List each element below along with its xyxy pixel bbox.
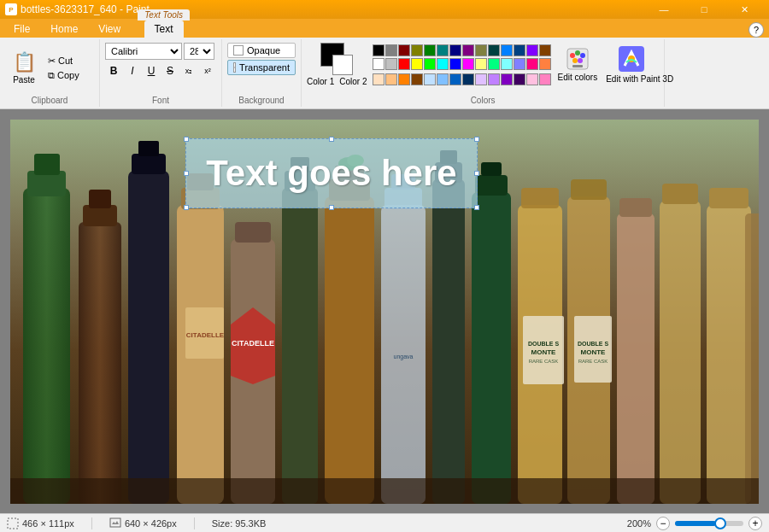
clipboard-small-btns: ✂ Cut ⧉ Copy [46, 54, 94, 82]
color-cell[interactable] [437, 58, 449, 70]
paste-button[interactable]: 📋 Paste [5, 49, 43, 88]
cut-button[interactable]: ✂ Cut [46, 54, 94, 67]
ribbon-tabs: File Home View Text Tools Text ? [0, 19, 769, 38]
clipboard-label: Clipboard [0, 96, 99, 105]
color-cell[interactable] [539, 58, 551, 70]
zoom-slider-thumb[interactable] [714, 517, 726, 529]
file-size-text: Size: 95.3KB [212, 518, 267, 529]
svg-point-3 [580, 53, 585, 58]
italic-button[interactable]: I [124, 62, 141, 79]
status-image-size: 640 × 426px [109, 517, 177, 529]
color-cell[interactable] [373, 44, 384, 56]
color-cell[interactable] [437, 44, 449, 56]
color-cell[interactable] [373, 58, 384, 70]
color-cell[interactable] [526, 73, 538, 85]
minimize-button[interactable]: — [644, 0, 684, 19]
tab-file[interactable]: File [3, 20, 40, 38]
opaque-button[interactable]: Opaque [227, 43, 296, 58]
underline-button[interactable]: U [143, 62, 160, 79]
resize-handle-nw[interactable] [184, 137, 189, 142]
color-cell[interactable] [475, 58, 487, 70]
svg-rect-60 [619, 198, 652, 217]
image-size-icon [109, 517, 121, 529]
transparent-button[interactable]: Transparent [227, 60, 296, 75]
text-overlay[interactable]: Text goes here [185, 138, 478, 208]
tab-text[interactable]: Text [144, 20, 184, 38]
close-button[interactable]: ✕ [725, 0, 764, 19]
subscript-button[interactable]: x₂ [180, 62, 197, 79]
color-cell[interactable] [488, 44, 500, 56]
color-cell[interactable] [488, 58, 500, 70]
status-file-size: Size: 95.3KB [212, 518, 267, 529]
color-cell[interactable] [475, 73, 487, 85]
edit-colors-button[interactable]: Edit colors [556, 45, 600, 84]
tab-view[interactable]: View [88, 20, 131, 38]
zoom-slider[interactable] [675, 521, 743, 526]
color-cell[interactable] [449, 44, 461, 56]
strikethrough-button[interactable]: S [161, 62, 179, 79]
color-cell[interactable] [424, 58, 436, 70]
font-size-select[interactable]: 28 [184, 43, 214, 60]
tab-home[interactable]: Home [40, 20, 88, 38]
color-cell[interactable] [411, 73, 423, 85]
color-cell[interactable] [514, 44, 525, 56]
edit-with-paint3d-label: Edit with Paint 3D [606, 74, 657, 85]
color-cell[interactable] [526, 44, 538, 56]
resize-handle-e[interactable] [474, 171, 479, 176]
color-cell[interactable] [373, 73, 384, 85]
bottles-background: CITADELLE CITADELLE [10, 120, 759, 504]
svg-rect-66 [10, 478, 759, 504]
edit-with-paint3d-button[interactable]: Edit with Paint 3D [604, 44, 659, 86]
help-button[interactable]: ? [748, 22, 764, 38]
color-cell[interactable] [424, 73, 436, 85]
color2-preview[interactable] [332, 55, 353, 75]
svg-rect-10 [23, 188, 70, 504]
color-cell[interactable] [462, 44, 474, 56]
window-controls: — □ ✕ [644, 0, 764, 19]
color-cell[interactable] [398, 73, 410, 85]
color-cell[interactable] [437, 73, 449, 85]
copy-button[interactable]: ⧉ Copy [46, 68, 94, 82]
resize-handle-se[interactable] [474, 205, 479, 210]
color-cell[interactable] [539, 44, 551, 56]
color-cell[interactable] [398, 44, 410, 56]
color-cell[interactable] [526, 58, 538, 70]
color-cell[interactable] [475, 44, 487, 56]
color-cell[interactable] [411, 44, 423, 56]
image-size-text: 640 × 426px [125, 518, 177, 529]
color-cell[interactable] [449, 73, 461, 85]
zoom-in-button[interactable]: + [748, 517, 762, 530]
bold-button[interactable]: B [105, 62, 122, 79]
color-cell[interactable] [385, 44, 397, 56]
color-preview-container [320, 43, 353, 75]
font-name-select[interactable]: Calibri [105, 43, 182, 60]
color-cell[interactable] [411, 58, 423, 70]
color-cell[interactable] [462, 73, 474, 85]
svg-rect-17 [132, 154, 166, 174]
resize-handle-sw[interactable] [184, 205, 189, 210]
color-cell[interactable] [385, 58, 397, 70]
resize-handle-n[interactable] [329, 137, 334, 142]
resize-handle-ne[interactable] [474, 137, 479, 142]
color-cell[interactable] [539, 73, 551, 85]
transparent-label: Transparent [239, 62, 290, 73]
maximize-button[interactable]: □ [684, 0, 724, 19]
color-cell[interactable] [462, 58, 474, 70]
color-cell[interactable] [385, 73, 397, 85]
color-cell[interactable] [501, 44, 513, 56]
resize-handle-w[interactable] [184, 171, 189, 176]
color-cell[interactable] [501, 58, 513, 70]
zoom-out-button[interactable]: − [656, 517, 670, 530]
color-cell[interactable] [514, 58, 525, 70]
superscript-button[interactable]: x² [199, 62, 216, 79]
color-cell[interactable] [488, 73, 500, 85]
color-cell[interactable] [398, 58, 410, 70]
canvas-image[interactable]: CITADELLE CITADELLE [10, 120, 759, 504]
svg-rect-64 [709, 188, 748, 208]
color-cell[interactable] [449, 58, 461, 70]
color-cell[interactable] [501, 73, 513, 85]
color-cell[interactable] [514, 73, 525, 85]
resize-handle-s[interactable] [329, 205, 334, 210]
canvas-image-container: CITADELLE CITADELLE [10, 120, 759, 504]
color-cell[interactable] [424, 44, 436, 56]
